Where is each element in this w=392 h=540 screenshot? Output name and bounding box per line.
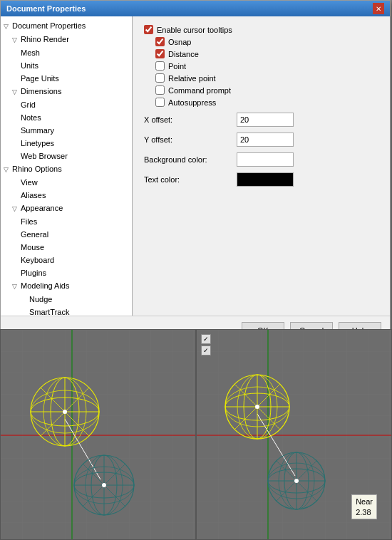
tree-item-mesh[interactable]: Mesh <box>1 46 132 59</box>
tree-label-mouse: Mouse <box>21 243 44 251</box>
tree-label-page-units: Page Units <box>21 74 59 83</box>
tree-label-grid: Grid <box>21 100 36 109</box>
tree-item-web-browser[interactable]: Web Browser <box>1 150 132 162</box>
tree-label-appearance: Appearance <box>21 204 63 212</box>
tree-expand-doc-props: ▽ <box>4 21 12 32</box>
tree-expand-appearance: ▽ <box>12 203 21 214</box>
tree-item-notes[interactable]: Notes <box>1 111 132 124</box>
close-button[interactable]: ✕ <box>373 3 384 14</box>
tree-item-rhino-render[interactable]: ▽Rhino Render <box>1 33 132 46</box>
tree-label-doc-props: Document Properties <box>12 21 86 30</box>
svg-point-39 <box>255 405 259 409</box>
tree-label-notes: Notes <box>21 113 41 122</box>
left-viewport-svg <box>1 330 196 540</box>
tree-item-keyboard[interactable]: Keyboard <box>1 254 132 266</box>
tree-item-general[interactable]: General <box>1 228 132 241</box>
viewport-check-1: ✓ <box>201 334 211 344</box>
tree-label-dimensions: Dimensions <box>21 87 61 95</box>
dialog-title: Document Properties <box>6 4 86 13</box>
near-label: Near <box>356 497 373 507</box>
tree-label-general: General <box>21 230 48 239</box>
bg-color-label: Background color: <box>144 155 237 164</box>
y-offset-label: Y offset: <box>144 135 237 144</box>
tree-expand-dimensions: ▽ <box>12 86 21 98</box>
tree-item-modeling-aids[interactable]: ▽Modeling Aids <box>1 279 132 293</box>
enable-cursor-tooltips-label: Enable cursor tooltips <box>157 26 232 34</box>
tree-label-modeling-aids: Modeling Aids <box>21 281 70 290</box>
checkbox-label-1: Distance <box>168 50 199 58</box>
checkbox-label-2: Point <box>168 62 186 71</box>
right-viewport[interactable]: ✓ ✓ Near 2.38 <box>196 329 392 540</box>
y-offset-input[interactable] <box>237 133 294 147</box>
bg-color-row: Background color: <box>144 152 378 167</box>
text-color-label: Text color: <box>144 175 237 184</box>
tree-label-view: View <box>21 178 38 187</box>
checkbox-autosuppress[interactable] <box>155 98 165 107</box>
tree-label-mesh: Mesh <box>21 48 40 57</box>
checkbox-distance[interactable] <box>155 49 165 58</box>
bg-color-picker[interactable] <box>237 152 294 167</box>
y-offset-row: Y offset: <box>144 133 378 147</box>
viewport-checkboxes: ✓ ✓ <box>201 334 211 355</box>
tree-item-grid[interactable]: Grid <box>1 98 132 111</box>
tree-label-rhino-render: Rhino Render <box>21 35 69 43</box>
tree-label-keyboard: Keyboard <box>21 256 54 264</box>
right-panel: Enable cursor tooltips OsnapDistancePoin… <box>133 16 390 316</box>
tree-item-rhino-options[interactable]: ▽Rhino Options <box>1 162 132 176</box>
checkbox-label-5: Autosuppress <box>168 98 216 107</box>
checkbox-osnap[interactable] <box>155 37 165 46</box>
viewports-area: ✓ ✓ Near 2.38 <box>0 329 392 540</box>
svg-point-49 <box>294 479 299 483</box>
text-color-row: Text color: <box>144 172 378 187</box>
document-properties-dialog: Document Properties ✕ ▽Document Properti… <box>0 0 391 345</box>
tree-item-mouse[interactable]: Mouse <box>1 241 132 254</box>
tree-item-appearance[interactable]: ▽Appearance <box>1 202 132 215</box>
tree-item-dimensions[interactable]: ▽Dimensions <box>1 85 132 98</box>
tree-item-aliases[interactable]: Aliases <box>1 189 132 202</box>
tree-label-smarttrack: SmartTrack <box>29 308 69 316</box>
checkbox-row-4[interactable]: Command prompt <box>155 85 378 95</box>
checkbox-row-0[interactable]: Osnap <box>155 37 378 46</box>
checkbox-label-3: Relative point <box>168 74 216 83</box>
checkbox-command-prompt[interactable] <box>155 85 165 95</box>
tree-expand-rhino-options: ▽ <box>4 164 12 175</box>
tree-label-summary: Summary <box>21 126 54 135</box>
tree-item-units[interactable]: Units <box>1 59 132 72</box>
tree-label-linetypes: Linetypes <box>21 139 54 147</box>
checkbox-row-1[interactable]: Distance <box>155 49 378 58</box>
x-offset-label: X offset: <box>144 115 237 124</box>
tree-expand-modeling-aids: ▽ <box>12 281 21 292</box>
tree-item-nudge[interactable]: Nudge <box>1 293 132 306</box>
checkbox-relative-point[interactable] <box>155 73 165 83</box>
tree-item-smarttrack[interactable]: SmartTrack <box>1 306 132 316</box>
tree-item-plugins[interactable]: Plugins <box>1 266 132 279</box>
title-bar: Document Properties ✕ <box>1 1 390 16</box>
checkbox-row-3[interactable]: Relative point <box>155 73 378 83</box>
tree-item-files[interactable]: Files <box>1 215 132 228</box>
tree-item-view[interactable]: View <box>1 176 132 189</box>
tree-item-summary[interactable]: Summary <box>1 124 132 137</box>
svg-point-14 <box>63 410 67 414</box>
left-viewport[interactable] <box>0 329 196 540</box>
enable-cursor-tooltips-row[interactable]: Enable cursor tooltips <box>144 25 378 34</box>
enable-cursor-tooltips-checkbox[interactable] <box>144 25 153 34</box>
viewport-check-2: ✓ <box>201 346 211 355</box>
text-color-picker[interactable] <box>237 172 294 187</box>
tree-label-aliases: Aliases <box>21 191 46 199</box>
tree-item-doc-props[interactable]: ▽Document Properties <box>1 19 132 33</box>
near-tooltip: Near 2.38 <box>351 494 377 519</box>
tree-label-nudge: Nudge <box>29 295 52 303</box>
checkbox-row-5[interactable]: Autosuppress <box>155 98 378 107</box>
checkbox-row-2[interactable]: Point <box>155 61 378 71</box>
tree-label-files: Files <box>21 217 37 226</box>
x-offset-input[interactable] <box>237 113 294 127</box>
tree-item-page-units[interactable]: Page Units <box>1 72 132 85</box>
checkbox-label-4: Command prompt <box>168 86 231 95</box>
near-value: 2.38 <box>356 507 373 517</box>
tree-label-units: Units <box>21 61 38 70</box>
tree-label-rhino-options: Rhino Options <box>12 165 62 173</box>
svg-point-24 <box>102 483 106 487</box>
checkbox-point[interactable] <box>155 61 165 71</box>
tree-item-linetypes[interactable]: Linetypes <box>1 137 132 150</box>
tree-expand-rhino-render: ▽ <box>12 34 21 46</box>
